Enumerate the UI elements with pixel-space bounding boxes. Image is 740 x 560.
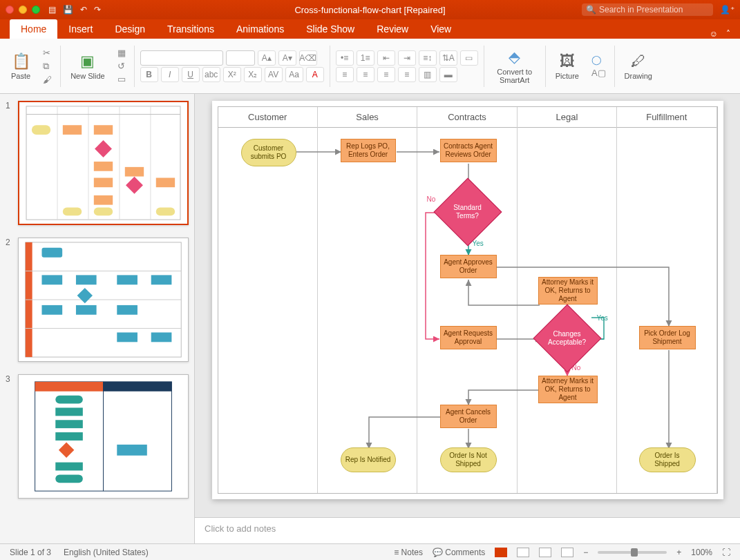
tab-slideshow[interactable]: Slide Show xyxy=(295,19,366,39)
format-painter-icon[interactable]: 🖌 xyxy=(43,75,52,85)
label-no: No xyxy=(427,195,436,203)
node-changes[interactable]: Changes Acceptable? xyxy=(543,314,591,363)
change-case-button[interactable]: Aa xyxy=(285,67,303,82)
shapes-icon[interactable]: ◯ xyxy=(591,55,606,65)
decrease-font-icon[interactable]: A▾ xyxy=(278,50,296,66)
node-requests[interactable]: Agent Requests Approval xyxy=(440,326,497,349)
share-icon[interactable]: 👤⁺ xyxy=(720,5,734,15)
smartart-group[interactable]: ⬘ Convert to SmartArt xyxy=(490,41,540,90)
thumbnail-2[interactable] xyxy=(18,238,189,362)
node-cancels[interactable]: Agent Cancels Order xyxy=(440,405,497,428)
canvas-scroll[interactable]: Customer Sales Contracts Legal Fulfillme… xyxy=(195,94,740,517)
status-notes[interactable]: ≡ Notes xyxy=(394,548,423,557)
zoom-slider[interactable] xyxy=(598,551,667,554)
subscript-button[interactable]: X₂ xyxy=(244,67,262,82)
node-pick[interactable]: Pick Order Log Shipment xyxy=(639,326,696,349)
smiley-icon[interactable]: ☺ xyxy=(710,29,718,39)
svg-rect-28 xyxy=(151,275,172,284)
char-spacing-button[interactable]: AV xyxy=(265,67,283,82)
qat-undo-icon[interactable]: ↶ xyxy=(80,5,87,15)
tab-home[interactable]: Home xyxy=(10,19,57,39)
line-spacing-button[interactable]: ≡↕ xyxy=(419,50,437,66)
close-window[interactable] xyxy=(6,6,14,14)
strike-button[interactable]: abc xyxy=(202,67,220,82)
italic-button[interactable]: I xyxy=(161,67,179,82)
align-right-button[interactable]: ≡ xyxy=(377,67,395,82)
status-language[interactable]: English (United States) xyxy=(64,548,149,557)
node-attorney2[interactable]: Attorney Marks it OK, Returns to Agent xyxy=(538,376,598,403)
minimize-window[interactable] xyxy=(19,6,27,14)
align-center-button[interactable]: ≡ xyxy=(357,67,374,82)
font-family-select[interactable] xyxy=(140,50,223,66)
bold-button[interactable]: B xyxy=(140,67,158,82)
textbox-icon[interactable]: A▢ xyxy=(591,68,606,78)
superscript-button[interactable]: X² xyxy=(223,67,241,82)
collapse-ribbon-icon[interactable]: ˄ xyxy=(726,29,730,39)
node-standard-terms[interactable]: Standard Terms? xyxy=(444,188,492,236)
view-slideshow-icon[interactable] xyxy=(561,548,573,557)
zoom-in-icon[interactable]: + xyxy=(676,548,681,557)
qat-save2-icon[interactable]: 💾 xyxy=(63,5,73,15)
node-approves[interactable]: Agent Approves Order xyxy=(440,255,497,278)
svg-rect-25 xyxy=(42,275,63,284)
node-rep-logs[interactable]: Rep Logs PO, Enters Order xyxy=(341,139,396,162)
zoom-level[interactable]: 100% xyxy=(691,548,712,557)
picture-group[interactable]: 🖼 Picture xyxy=(551,41,583,90)
node-rep-notified[interactable]: Rep Is Notified xyxy=(341,447,396,472)
qat-save-icon[interactable]: ▤ xyxy=(48,5,56,15)
slide[interactable]: Customer Sales Contracts Legal Fulfillme… xyxy=(212,101,723,499)
node-reviews[interactable]: Contracts Agent Reviews Order xyxy=(440,139,497,162)
reset-icon[interactable]: ↺ xyxy=(117,61,126,71)
svg-rect-44 xyxy=(117,445,147,456)
font-color-button[interactable]: A xyxy=(306,67,324,82)
node-not-shipped[interactable]: Order Is Not Shipped xyxy=(440,447,497,472)
increase-font-icon[interactable]: A▴ xyxy=(258,50,276,66)
tab-transitions[interactable]: Transitions xyxy=(156,19,225,39)
node-shipped[interactable]: Order Is Shipped xyxy=(639,447,696,472)
qat-redo-icon[interactable]: ↷ xyxy=(94,5,101,15)
tab-design[interactable]: Design xyxy=(104,19,156,39)
view-reading-icon[interactable] xyxy=(539,548,551,557)
paste-group[interactable]: 📋 Paste xyxy=(7,41,35,90)
search-input[interactable] xyxy=(599,5,709,15)
search-box[interactable]: 🔍 xyxy=(582,3,713,16)
text-direction-button[interactable]: ⇅A xyxy=(439,50,457,66)
status-comments[interactable]: 💬 Comments xyxy=(433,548,485,557)
bullets-button[interactable]: •≡ xyxy=(336,50,354,66)
indent-button[interactable]: ⇥ xyxy=(398,50,416,66)
fill-button[interactable]: ▬ xyxy=(439,67,457,82)
zoom-out-icon[interactable]: − xyxy=(583,548,588,557)
numbering-button[interactable]: 1≡ xyxy=(357,50,374,66)
view-sorter-icon[interactable] xyxy=(517,548,529,557)
new-slide-group[interactable]: ▣ New Slide xyxy=(66,41,109,90)
thumbnail-3[interactable] xyxy=(18,374,189,499)
drawing-group[interactable]: 🖊 Drawing xyxy=(620,41,656,90)
font-size-select[interactable] xyxy=(226,50,255,66)
thumbnail-1[interactable] xyxy=(18,101,189,225)
maximize-window[interactable] xyxy=(32,6,40,14)
tab-view[interactable]: View xyxy=(419,19,462,39)
svg-rect-30 xyxy=(42,305,63,315)
align-text-button[interactable]: ▭ xyxy=(460,50,478,66)
tab-insert[interactable]: Insert xyxy=(57,19,104,39)
layout-icon[interactable]: ▦ xyxy=(117,48,126,58)
copy-icon[interactable]: ⧉ xyxy=(43,61,52,72)
svg-rect-45 xyxy=(55,463,83,471)
cut-icon[interactable]: ✂ xyxy=(43,48,52,58)
section-icon[interactable]: ▭ xyxy=(117,74,126,84)
justify-button[interactable]: ≡ xyxy=(398,67,416,82)
tab-review[interactable]: Review xyxy=(366,19,419,39)
clear-format-icon[interactable]: A⌫ xyxy=(299,50,317,66)
columns-button[interactable]: ▥ xyxy=(419,67,437,82)
node-customer-po[interactable]: Customer submits PO xyxy=(241,139,296,166)
align-left-button[interactable]: ≡ xyxy=(336,67,354,82)
node-attorney1[interactable]: Attorney Marks it OK, Returns to Agent xyxy=(538,277,598,305)
outdent-button[interactable]: ⇤ xyxy=(377,50,395,66)
fit-window-icon[interactable]: ⛶ xyxy=(722,548,730,557)
notes-pane[interactable]: Click to add notes xyxy=(195,517,740,543)
lane-head-sales: Sales xyxy=(318,107,417,128)
tab-animations[interactable]: Animations xyxy=(225,19,295,39)
lane-head-legal: Legal xyxy=(518,107,616,128)
view-normal-icon[interactable] xyxy=(495,548,507,557)
underline-button[interactable]: U xyxy=(182,67,200,82)
